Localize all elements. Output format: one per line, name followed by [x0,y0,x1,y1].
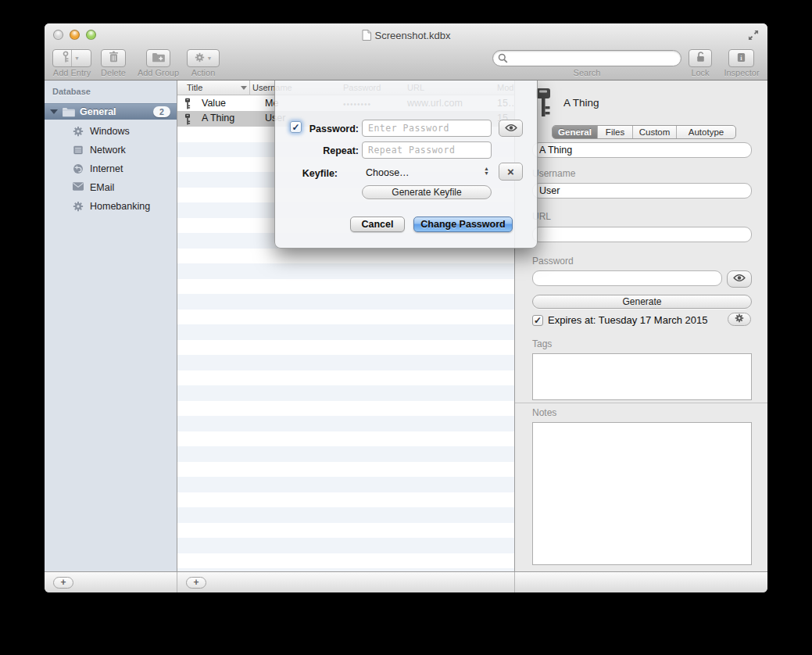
stepper-icon[interactable]: ▲▼ [484,166,489,176]
generate-password-button[interactable]: Generate [532,295,752,309]
action-label: Action [185,68,221,77]
entry-title: A Thing [202,113,234,123]
notes-field[interactable] [532,422,752,565]
delete-button[interactable] [101,49,126,67]
column-divider[interactable] [249,81,250,95]
inspector-tabs: General Files Custom Autotype [552,125,736,139]
footer-divider [514,572,515,592]
chevron-down-icon: ▼ [207,55,213,61]
add-group-footer-button[interactable]: + [53,577,73,589]
lock-button[interactable] [689,49,712,67]
reveal-password-button[interactable] [727,270,752,288]
gear-icon [73,126,84,137]
sidebar-item-network[interactable]: Network [45,141,177,159]
dialog-password-label: Password: [303,123,359,134]
add-group-label: Add Group [133,68,184,77]
trash-icon [109,51,119,66]
sidebar-item-homebanking[interactable]: Homebanking [45,198,177,215]
sidebar-item-windows[interactable]: Windows [45,123,177,140]
add-entry-footer-button[interactable]: + [186,577,206,589]
title-field[interactable] [532,142,752,158]
tab-custom[interactable]: Custom [633,126,677,138]
column-header-title[interactable]: Title [187,83,202,92]
key-icon [62,51,70,66]
password-checkbox[interactable]: ✓ [290,121,302,133]
username-label: Username [532,168,575,179]
sidebar-item-label: EMail [90,182,114,193]
inspector-panel: A Thing General Files Custom Autotype Us… [514,81,767,571]
cancel-button[interactable]: Cancel [350,217,405,232]
section-divider [515,403,767,403]
app-window: Screenshot.kdbx ▼ Add Entry Delete [45,23,767,592]
url-field[interactable] [532,227,752,242]
sidebar-item-internet[interactable]: Internet [45,160,177,177]
server-icon [73,145,84,156]
search-label: Search [563,68,610,77]
keyfile-popup-button[interactable]: Choose… [366,167,410,178]
fullscreen-icon[interactable] [747,29,760,41]
main-content: Database General 2 Windows [45,81,767,571]
dialog-reveal-button[interactable] [499,120,523,137]
clear-keyfile-button[interactable]: × [499,163,523,181]
change-password-dialog: ✓ Password: Repeat: Keyfile: Choose… ▲▼ … [274,81,538,249]
gear-icon [195,52,205,66]
add-entry-label: Add Entry [49,68,95,77]
tab-autotype[interactable]: Autotype [677,126,735,138]
sidebar-section-header: Database [52,87,91,96]
sidebar-group-general[interactable]: General 2 [45,103,177,120]
add-entry-button[interactable]: ▼ [52,49,91,67]
window-chrome: Screenshot.kdbx ▼ Add Entry Delete [45,23,767,81]
info-icon: i [735,52,747,66]
entry-count-badge: 2 [153,106,170,117]
action-button[interactable]: ▼ [187,49,220,67]
chevron-down-icon: ▼ [71,50,82,66]
eye-icon [733,274,746,285]
password-field[interactable] [532,270,722,286]
expires-checkbox[interactable]: ✓ [532,315,543,326]
dialog-keyfile-label: Keyfile: [291,168,338,179]
sort-descending-icon [241,86,247,90]
tab-general[interactable]: General [553,126,598,138]
sidebar-item-label: Internet [90,163,123,174]
sidebar-group-label: General [80,106,116,117]
inspector-label: Inspector [717,68,766,77]
envelope-icon [73,182,84,193]
sidebar: Database General 2 Windows [45,81,177,571]
delete-label: Delete [98,68,129,77]
tags-field[interactable] [532,353,752,400]
close-icon: × [507,166,514,177]
eye-icon [505,121,517,135]
folder-icon [62,107,75,117]
folder-plus-icon [152,52,165,66]
disclosure-triangle-icon[interactable] [50,109,58,114]
tab-files[interactable]: Files [598,126,633,138]
sidebar-item-email[interactable]: EMail [45,179,177,196]
window-title: Screenshot.kdbx [45,30,767,43]
sidebar-item-label: Network [90,145,126,156]
username-field[interactable] [532,183,752,199]
expiry-presets-button[interactable] [728,313,751,326]
tags-label: Tags [532,338,552,349]
inspector-entry-title: A Thing [563,97,599,109]
notes-label: Notes [532,407,556,418]
lock-label: Lock [681,68,720,77]
globe-icon [73,163,84,174]
key-icon [184,113,191,127]
dialog-password-input[interactable] [362,120,492,137]
dialog-repeat-input[interactable] [362,141,492,159]
gear-icon [735,313,744,325]
search-field[interactable] [492,50,681,66]
search-input[interactable] [511,52,681,65]
lock-open-icon [695,51,706,66]
generate-keyfile-button[interactable]: Generate Keyfile [362,185,492,199]
password-label: Password [532,256,574,267]
document-icon [362,30,371,43]
sidebar-item-label: Homebanking [90,201,150,212]
add-group-button[interactable] [146,49,170,67]
search-icon [498,53,508,63]
change-password-button[interactable]: Change Password [413,217,513,232]
inspector-button[interactable]: i [728,49,754,67]
expires-row: ✓ Expires at: Tuesday 17 March 2015 [532,314,708,326]
dialog-repeat-label: Repeat: [303,145,359,156]
footer-divider [177,572,177,592]
